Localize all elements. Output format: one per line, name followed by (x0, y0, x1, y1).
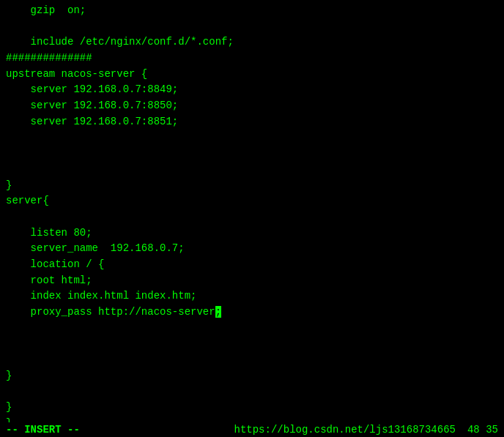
code-line-proxy: proxy_pass http://nacos-server; (0, 305, 504, 321)
code-line (0, 146, 504, 162)
code-line (0, 162, 504, 178)
code-area: gzip on; include /etc/nginx/conf.d/*.con… (0, 0, 504, 435)
code-line-close1: } (0, 368, 504, 384)
line-col: 48 35 (467, 424, 498, 436)
code-line-comment: ############## (0, 51, 504, 67)
code-line: server 192.168.0.7:8851; (0, 114, 504, 130)
code-line-root: root html; (0, 273, 504, 289)
code-line (0, 352, 504, 368)
code-line: server 192.168.0.7:8850; (0, 98, 504, 114)
code-line (0, 336, 504, 352)
code-line: upstream nacos-server { (0, 67, 504, 83)
code-line: gzip on; (0, 3, 504, 19)
status-bar: -- INSERT -- https://blog.csdn.net/ljs13… (0, 422, 504, 437)
cursor: ; (215, 306, 221, 318)
code-line-server: server{ (0, 193, 504, 209)
editor-container: gzip on; include /etc/nginx/conf.d/*.con… (0, 0, 504, 437)
editor-mode: -- INSERT -- (6, 424, 80, 436)
status-right: https://blog.csdn.net/ljs13168734665 48 … (234, 424, 498, 436)
code-line-location: location / { (0, 257, 504, 273)
code-line: include /etc/nginx/conf.d/*.conf; (0, 34, 504, 51)
code-line (0, 130, 504, 146)
code-line-index: index index.html index.htm; (0, 288, 504, 305)
code-line-server-name: server_name 192.168.0.7; (0, 241, 504, 257)
code-line (0, 321, 504, 337)
code-line: server 192.168.0.7:8849; (0, 82, 504, 98)
code-line: } (0, 178, 504, 194)
blog-url: https://blog.csdn.net/ljs13168734665 (234, 424, 456, 436)
code-line-listen: listen 80; (0, 225, 504, 242)
code-line (0, 19, 504, 35)
code-line (0, 209, 504, 225)
code-line (0, 384, 504, 400)
code-line-close2: } (0, 400, 504, 416)
